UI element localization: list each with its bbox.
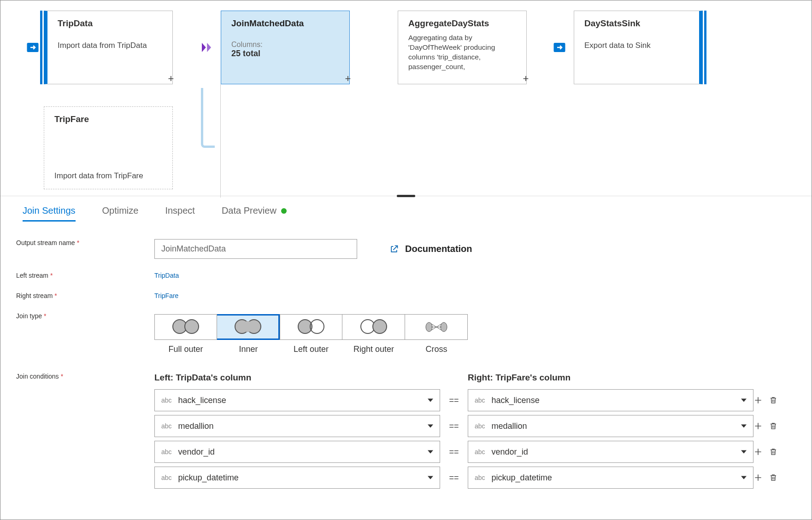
delete-condition-icon[interactable]: [769, 396, 777, 405]
type-abc-icon: abc: [475, 474, 485, 481]
join-type-label: Right outer: [342, 345, 405, 354]
right-stream-value[interactable]: TripFare: [154, 292, 178, 299]
chevron-down-icon: [428, 399, 433, 402]
left-column-dropdown[interactable]: abc vendor_id: [154, 441, 440, 463]
left-column-header: Left: TripData's column: [154, 373, 440, 383]
add-condition-icon[interactable]: [753, 421, 763, 431]
join-condition-row: abc medallion == abc medallion: [154, 415, 812, 437]
node-tripdata[interactable]: TripData Import data from TripData: [44, 11, 173, 84]
documentation-link[interactable]: Documentation: [389, 244, 472, 254]
node-title: DayStatsSink: [584, 18, 691, 29]
right-column-dropdown[interactable]: abc medallion: [468, 415, 753, 437]
node-subtitle: Import data from TripData: [58, 41, 164, 51]
tab-optimize[interactable]: Optimize: [102, 205, 139, 216]
tab-label: Join Settings: [23, 205, 76, 216]
node-subtitle: Export data to Sink: [584, 41, 691, 51]
chevron-down-icon: [428, 425, 433, 428]
operator-label: ==: [440, 396, 468, 405]
chevron-down-icon: [428, 450, 433, 454]
connector-tripfare-join: [201, 88, 215, 148]
chevron-down-icon: [741, 425, 747, 428]
add-condition-icon[interactable]: [753, 473, 763, 482]
add-after-join[interactable]: +: [342, 73, 353, 84]
add-condition-icon[interactable]: [753, 447, 763, 456]
columns-total: 25 total: [231, 49, 341, 58]
join-type-label: Cross: [405, 345, 468, 354]
chevron-down-icon: [428, 476, 433, 479]
right-column-dropdown[interactable]: abc pickup_datetime: [468, 467, 753, 489]
node-title: TripData: [58, 18, 164, 29]
join-type-label: Left outer: [280, 345, 342, 354]
documentation-label: Documentation: [405, 244, 472, 254]
type-abc-icon: abc: [475, 448, 485, 456]
left-column-value: medallion: [178, 421, 214, 431]
join-condition-row: abc pickup_datetime == abc pickup_dateti…: [154, 467, 812, 489]
type-abc-icon: abc: [161, 474, 172, 481]
flow-canvas[interactable]: TripData Import data from TripData + Tri…: [0, 0, 812, 196]
join-condition-row: abc hack_license == abc hack_license: [154, 389, 812, 411]
right-column-value: pickup_datetime: [492, 473, 552, 483]
node-daystatssink[interactable]: DayStatsSink Export data to Sink: [574, 11, 703, 84]
left-stream-value[interactable]: TripData: [154, 272, 179, 279]
operator-label: ==: [440, 473, 468, 483]
tab-join-settings[interactable]: Join Settings: [23, 205, 76, 216]
join-type-options: Full outer Inner Left outer Right outer: [154, 314, 812, 354]
svg-point-4: [441, 322, 447, 332]
right-column-header: Right: TripFare's column: [468, 373, 753, 383]
chevron-down-icon: [741, 450, 747, 454]
right-column-value: medallion: [492, 421, 527, 431]
node-title: AggregateDayStats: [408, 18, 518, 29]
cross-join-icon: [425, 321, 448, 333]
left-column-dropdown[interactable]: abc hack_license: [154, 389, 440, 411]
operator-label: ==: [440, 421, 468, 431]
chevron-down-icon: [741, 399, 747, 402]
type-abc-icon: abc: [475, 397, 485, 404]
node-tripfare[interactable]: TripFare Import data from TripFare: [44, 106, 173, 189]
add-after-tripdata[interactable]: +: [165, 73, 177, 84]
left-column-dropdown[interactable]: abc medallion: [154, 415, 440, 437]
source-icon: [24, 38, 42, 57]
add-condition-icon[interactable]: [753, 396, 763, 405]
delete-condition-icon[interactable]: [769, 447, 777, 456]
type-abc-icon: abc: [475, 422, 485, 430]
join-type-label: Inner: [217, 345, 280, 354]
operator-label: ==: [440, 447, 468, 457]
join-type-label: Full outer: [154, 345, 217, 354]
tab-data-preview[interactable]: Data Preview: [222, 205, 287, 216]
left-column-value: vendor_id: [178, 447, 215, 457]
node-joinmatcheddata[interactable]: JoinMatchedData Columns: 25 total: [221, 11, 350, 84]
left-column-value: pickup_datetime: [178, 473, 239, 483]
tab-strip: Join Settings Optimize Inspect Data Prev…: [16, 196, 812, 221]
label-output-stream: Output stream name*: [16, 239, 154, 259]
join-type-left-outer[interactable]: Left outer: [280, 314, 342, 354]
app-frame: TripData Import data from TripData + Tri…: [0, 0, 812, 520]
tab-label: Optimize: [102, 205, 139, 216]
tab-label: Inspect: [165, 205, 194, 216]
node-title: JoinMatchedData: [231, 18, 341, 29]
join-icon: [197, 38, 216, 57]
vertical-guide: [220, 84, 221, 198]
join-type-cross[interactable]: Cross: [405, 314, 468, 354]
join-type-right-outer[interactable]: Right outer: [342, 314, 405, 354]
right-column-dropdown[interactable]: abc vendor_id: [468, 441, 753, 463]
node-aggregatedaystats[interactable]: Σ AggregateDayStats Aggregating data by …: [398, 11, 527, 84]
label-right-stream: Right stream*: [16, 292, 154, 299]
left-column-dropdown[interactable]: abc pickup_datetime: [154, 467, 440, 489]
node-title: TripFare: [54, 114, 164, 124]
svg-point-3: [426, 322, 432, 332]
sink-icon: [550, 38, 569, 57]
input-output-stream[interactable]: [154, 239, 357, 259]
node-subtitle: Aggregating data by 'DayOfTheWeek' produ…: [408, 33, 518, 72]
join-type-full-outer[interactable]: Full outer: [154, 314, 217, 354]
join-type-inner[interactable]: Inner: [217, 314, 280, 354]
right-column-dropdown[interactable]: abc hack_license: [468, 389, 753, 411]
external-link-icon: [389, 245, 399, 254]
settings-panel: Join Settings Optimize Inspect Data Prev…: [0, 196, 812, 502]
delete-condition-icon[interactable]: [769, 473, 777, 482]
type-abc-icon: abc: [161, 448, 172, 456]
delete-condition-icon[interactable]: [769, 421, 777, 431]
add-after-aggregate[interactable]: +: [520, 73, 531, 84]
node-subtitle: Import data from TripFare: [54, 171, 164, 181]
type-abc-icon: abc: [161, 397, 172, 404]
tab-inspect[interactable]: Inspect: [165, 205, 194, 216]
